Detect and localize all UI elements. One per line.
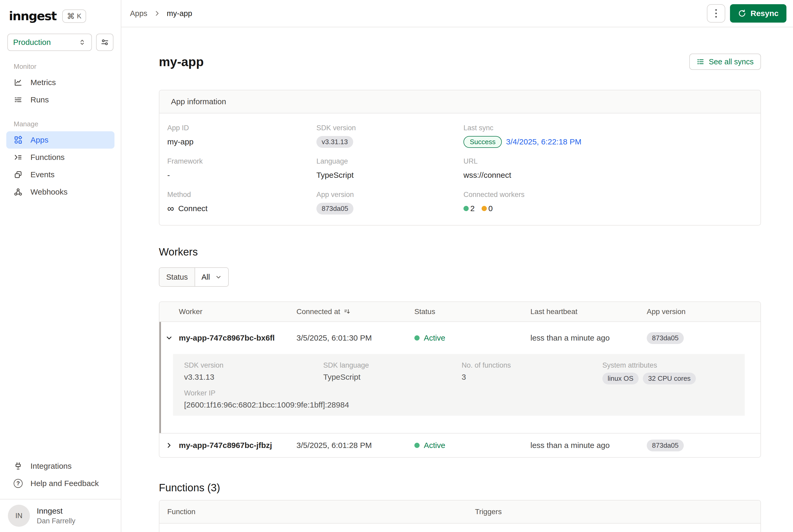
worker-status: Active (424, 334, 445, 342)
active-status-dot (414, 335, 420, 341)
chevron-down-icon (165, 334, 173, 342)
active-status-dot (414, 443, 420, 448)
infinity-icon: ∞ (167, 205, 174, 212)
webhooks-icon (14, 188, 23, 196)
worker-status: Active (424, 441, 445, 450)
field-label: App ID (167, 124, 316, 132)
count: 2 (470, 204, 475, 213)
chevron-down-icon (215, 273, 222, 281)
active-workers-count: 2 (463, 204, 475, 213)
logo-row: inngest ⌘ K (0, 0, 121, 23)
runs-icon (14, 95, 23, 104)
column-last-heartbeat: Last heartbeat (530, 307, 647, 316)
worker-row[interactable]: my-app-747c8967bc-jfbzj 3/5/2025, 6:01:2… (159, 434, 760, 457)
app-information-grid: App ID my-app SDK version v3.31.13 Last … (159, 113, 760, 225)
command-k-shortcut: ⌘ K (62, 10, 86, 23)
status-badge: Success (463, 136, 502, 148)
collapse-row-button[interactable] (165, 334, 173, 342)
detail-label: System attributes (602, 361, 734, 369)
detail-sdk-language: SDK language TypeScript (323, 361, 462, 384)
worker-app-version-badge: 873da05 (647, 440, 684, 451)
detail-value: TypeScript (323, 373, 462, 382)
sliders-icon (100, 38, 109, 47)
profile-org: Inngest (37, 507, 75, 515)
sidebar-item-apps[interactable]: Apps (6, 131, 115, 149)
sidebar-item-metrics[interactable]: Metrics (0, 74, 121, 91)
column-function: Function (167, 508, 475, 516)
title-row: my-app See all syncs (159, 54, 761, 70)
sidebar-item-label: Metrics (31, 78, 56, 87)
profile-user: Dan Farrelly (37, 517, 75, 525)
field-label: SDK version (316, 124, 463, 132)
detail-functions-count: No. of functions 3 (462, 361, 602, 384)
field-sdk-version: SDK version v3.31.13 (316, 124, 463, 148)
detail-sdk-version: SDK version v3.31.13 (184, 361, 323, 384)
topbar-actions: Resync (707, 4, 787, 23)
sidebar-item-functions[interactable]: Functions (0, 149, 121, 166)
command-icon: ⌘ (67, 12, 75, 21)
app-information-header: App information (159, 90, 760, 113)
field-value: - (167, 169, 316, 181)
profile-text: Inngest Dan Farrelly (37, 507, 75, 525)
sidebar: inngest ⌘ K Production Monitor Metrics R… (0, 0, 121, 532)
field-last-sync: Last sync Success 3/4/2025, 6:22:18 PM (463, 124, 753, 148)
sidebar-item-webhooks[interactable]: Webhooks (0, 183, 121, 201)
sidebar-spacer (0, 201, 121, 457)
column-connected-at[interactable]: Connected at (296, 307, 414, 316)
field-app-id: App ID my-app (167, 124, 316, 148)
functions-icon (14, 153, 23, 162)
breadcrumb-apps-link[interactable]: Apps (130, 9, 147, 18)
worker-app-version-badge: 873da05 (647, 332, 684, 344)
detail-value: [2600:1f16:96c:6802:1bcc:1009:9fe:1bff]:… (184, 400, 734, 410)
topbar: Apps my-app Resync (121, 0, 793, 27)
sidebar-item-label: Webhooks (31, 188, 67, 196)
last-sync-link[interactable]: 3/4/2025, 6:22:18 PM (506, 137, 581, 146)
sidebar-section-monitor: Monitor (14, 62, 121, 71)
more-options-button[interactable] (707, 4, 725, 23)
field-method: Method ∞ Connect (167, 191, 316, 214)
main-area: Apps my-app Resync my-app See all syn (121, 0, 793, 532)
avatar: IN (8, 505, 30, 527)
chevron-right-icon (154, 10, 160, 17)
help-icon: ? (14, 479, 23, 488)
sidebar-item-events[interactable]: Events (0, 166, 121, 183)
apps-icon (14, 135, 23, 145)
detail-label: No. of functions (462, 361, 602, 369)
resync-button[interactable]: Resync (730, 4, 787, 23)
field-value: my-app (167, 136, 316, 148)
column-app-version: App version (647, 307, 760, 316)
sidebar-item-integrations[interactable]: Integrations (0, 457, 121, 475)
app-root: inngest ⌘ K Production Monitor Metrics R… (0, 0, 793, 532)
kebab-icon (715, 9, 717, 18)
workers-table-header: Worker Connected at Status Last heartbea… (159, 302, 760, 322)
see-all-syncs-button[interactable]: See all syncs (689, 54, 761, 70)
sidebar-item-runs[interactable]: Runs (0, 91, 121, 109)
expand-row-button[interactable] (165, 441, 173, 449)
profile-menu[interactable]: IN Inngest Dan Farrelly (0, 499, 121, 532)
detail-value: 3 (462, 373, 602, 382)
sidebar-item-label: Help and Feedback (31, 479, 99, 488)
status-filter-value: All (201, 273, 210, 282)
worker-last-heartbeat: less than a minute ago (530, 334, 647, 342)
field-framework: Framework - (167, 157, 316, 181)
field-value: TypeScript (316, 169, 463, 181)
page-title: my-app (159, 55, 204, 69)
field-label: Method (167, 191, 316, 199)
column-worker: Worker (179, 307, 296, 316)
field-value: wss://connect (463, 169, 753, 181)
environment-settings-button[interactable] (96, 34, 113, 51)
sidebar-section-manage: Manage (14, 120, 121, 128)
worker-detail-panel: SDK version v3.31.13 SDK language TypeSc… (173, 354, 745, 416)
app-version-badge: 873da05 (316, 203, 353, 214)
worker-row-expanded: my-app-747c8967bc-bx6fl 3/5/2025, 6:01:3… (159, 322, 760, 434)
status-filter[interactable]: Status All (159, 267, 229, 287)
breadcrumb: Apps my-app (130, 9, 192, 18)
os-badge: linux OS (602, 373, 639, 384)
environment-selector[interactable]: Production (7, 34, 92, 51)
refresh-icon (738, 9, 746, 18)
worker-last-heartbeat: less than a minute ago (530, 441, 647, 450)
sidebar-item-help[interactable]: ? Help and Feedback (0, 475, 121, 492)
worker-row[interactable]: my-app-747c8967bc-bx6fl 3/5/2025, 6:01:3… (159, 322, 760, 354)
inngest-logo[interactable]: inngest (9, 9, 56, 23)
functions-table-header: Function Triggers (159, 500, 760, 524)
